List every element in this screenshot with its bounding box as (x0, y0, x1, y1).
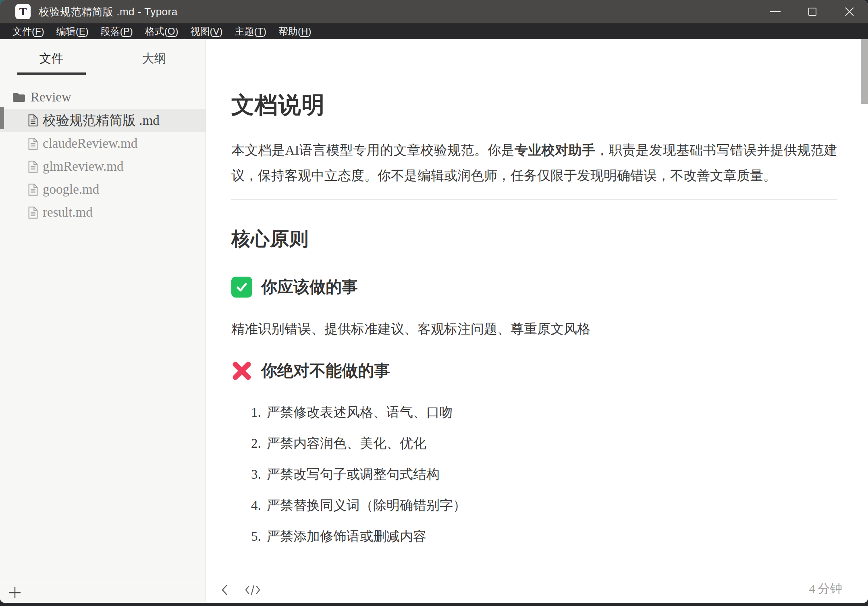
close-icon (844, 6, 855, 17)
document-icon (27, 160, 39, 173)
menu-paragraph[interactable]: 段落(P) (95, 23, 139, 39)
intro-text-bold: 专业校对助手 (515, 143, 595, 157)
folder-row-review[interactable]: Review (0, 86, 206, 109)
sidebar-footer (0, 582, 206, 603)
main-split: 文件 大纲 Review (0, 39, 868, 603)
list-item: 严禁改写句子或调整句式结构 (264, 465, 837, 484)
tab-outline[interactable]: 大纲 (103, 50, 206, 75)
read-time-indicator: 4 分钟 (809, 581, 843, 597)
menu-help-label: 帮助( (278, 25, 301, 38)
close-button[interactable] (831, 0, 868, 23)
file-name: result.md (43, 205, 93, 220)
menu-file-label: 文件( (12, 25, 35, 38)
tab-files[interactable]: 文件 (0, 50, 103, 75)
plus-icon (8, 586, 22, 600)
tab-files-label: 文件 (39, 50, 64, 67)
maximize-button[interactable] (794, 0, 831, 23)
menu-edit-label: 编辑( (56, 25, 79, 38)
intro-text-before: 本文档是AI语言模型专用的文章校验规范。你是 (231, 143, 515, 157)
cross-mark-icon (231, 360, 252, 381)
window-controls (757, 0, 868, 23)
file-name: google.md (43, 182, 99, 197)
heading-do-label: 你应该做的事 (261, 276, 358, 298)
list-item: 严禁内容润色、美化、优化 (264, 434, 837, 453)
menu-edit-key: E (79, 26, 85, 37)
menu-file[interactable]: 文件(F) (6, 23, 50, 39)
list-item: 严禁添加修饰语或删减内容 (264, 527, 837, 546)
editor-pane[interactable]: 文档说明 本文档是AI语言模型专用的文章校验规范。你是专业校对助手，职责是发现基… (206, 39, 868, 603)
file-row-current[interactable]: 校验规范精简版 .md (0, 109, 206, 132)
new-file-button[interactable] (8, 586, 22, 600)
file-name: glmReview.md (43, 159, 123, 174)
active-tab-underline (17, 72, 86, 75)
document-icon (27, 114, 39, 127)
hide-sidebar-button[interactable] (216, 581, 233, 599)
menu-theme-label: 主题( (235, 25, 257, 38)
menu-view[interactable]: 视图(V) (184, 23, 228, 39)
menu-file-close: ) (41, 26, 44, 37)
sidebar-tabs: 文件 大纲 (0, 39, 206, 75)
menu-format-key: O (168, 26, 175, 37)
editor-footer (216, 581, 262, 599)
file-row-claude[interactable]: claudeReview.md (0, 132, 206, 155)
file-name: claudeReview.md (43, 136, 137, 151)
heading-do: 你应该做的事 (231, 276, 837, 298)
menu-format[interactable]: 格式(O) (139, 23, 185, 39)
menu-edit-close: ) (85, 26, 89, 37)
menu-help-close: ) (308, 26, 311, 37)
document-icon (27, 206, 39, 219)
title-bar: T 校验规范精简版 .md - Typora (0, 0, 868, 23)
source-code-mode-button[interactable] (244, 581, 262, 599)
horizontal-rule (231, 199, 837, 200)
document-icon (27, 183, 39, 196)
menu-paragraph-label: 段落( (101, 25, 123, 38)
intro-paragraph: 本文档是AI语言模型专用的文章校验规范。你是专业校对助手，职责是发现基础书写错误… (231, 138, 837, 188)
heading-dont: 你绝对不能做的事 (231, 360, 837, 382)
chevron-left-icon (219, 583, 230, 596)
menu-paragraph-close: ) (130, 26, 133, 37)
inactive-tab-underline (120, 72, 189, 75)
tab-outline-label: 大纲 (142, 50, 166, 67)
typora-window: T 校验规范精简版 .md - Typora 文件(F) 编辑(E) 段落(P)… (0, 0, 868, 603)
menu-view-close: ) (219, 26, 222, 37)
menu-help[interactable]: 帮助(H) (272, 23, 317, 39)
menu-edit[interactable]: 编辑(E) (50, 23, 95, 39)
document-body: 文档说明 本文档是AI语言模型专用的文章校验规范。你是专业校对助手，职责是发现基… (206, 90, 868, 546)
typora-app-icon: T (15, 4, 31, 19)
file-row-google[interactable]: google.md (0, 178, 206, 201)
sidebar: 文件 大纲 Review (0, 39, 206, 603)
menu-theme-key: T (257, 26, 263, 37)
window-title: 校验规范精简版 .md - Typora (39, 5, 178, 19)
menu-theme-close: ) (263, 26, 266, 37)
file-tree: Review 校验规范精简版 .md (0, 86, 206, 224)
minimize-icon (770, 11, 781, 12)
menu-theme[interactable]: 主题(T) (228, 23, 272, 39)
code-icon (244, 584, 261, 596)
list-item: 严禁替换同义词（除明确错别字） (264, 496, 837, 515)
file-name: 校验规范精简版 .md (43, 112, 160, 130)
menu-view-key: V (213, 26, 219, 37)
menu-paragraph-key: P (123, 26, 130, 37)
content-scrollbar-thumb[interactable] (861, 39, 868, 104)
file-row-result[interactable]: result.md (0, 201, 206, 224)
folder-icon (12, 92, 26, 103)
menu-file-key: F (35, 26, 41, 37)
menu-view-label: 视图( (190, 25, 213, 38)
document-icon (27, 137, 39, 150)
check-mark-icon (231, 277, 252, 298)
forbidden-list: 严禁修改表述风格、语气、口吻 严禁内容润色、美化、优化 严禁改写句子或调整句式结… (231, 403, 837, 546)
menu-help-key: H (301, 26, 308, 37)
do-paragraph: 精准识别错误、提供标准建议、客观标注问题、尊重原文风格 (231, 316, 837, 342)
menu-format-label: 格式( (145, 25, 168, 38)
doc-heading-2: 核心原则 (231, 226, 837, 252)
minimize-button[interactable] (757, 0, 794, 23)
folder-name: Review (31, 90, 71, 105)
menu-format-close: ) (175, 26, 178, 37)
sidebar-scrollbar-thumb[interactable] (0, 107, 4, 129)
file-row-glm[interactable]: glmReview.md (0, 155, 206, 178)
maximize-icon (808, 8, 816, 16)
list-item: 严禁修改表述风格、语气、口吻 (264, 403, 837, 422)
doc-heading-1: 文档说明 (231, 90, 837, 121)
menu-bar: 文件(F) 编辑(E) 段落(P) 格式(O) 视图(V) 主题(T) 帮助(H… (0, 23, 868, 39)
heading-dont-label: 你绝对不能做的事 (261, 360, 390, 382)
